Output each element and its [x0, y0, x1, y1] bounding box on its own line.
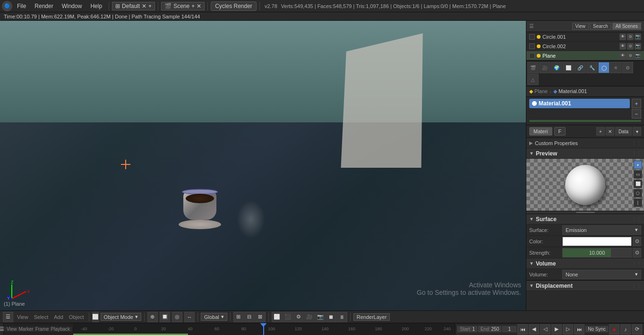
settings-add-icon[interactable]: +	[596, 127, 605, 136]
prop-tab-render[interactable]: 🎬	[527, 62, 539, 73]
preview-btn-sphere[interactable]: ●	[634, 161, 642, 169]
volume-value-selector[interactable]: None ▾	[562, 270, 641, 279]
skip-end-button[interactable]: ⏭	[574, 324, 584, 335]
mode-selector[interactable]: Object Mode ▾	[101, 313, 141, 321]
preview-btn-flat[interactable]: ▭	[634, 170, 642, 179]
current-frame-input[interactable]: 1	[502, 326, 516, 332]
surface-value-selector[interactable]: Emission ▾	[562, 225, 641, 235]
prop-tab-material[interactable]: ◯	[598, 62, 610, 73]
outliner-tab-search[interactable]: Search	[590, 23, 611, 30]
timeline-menu[interactable]: ☰	[0, 323, 4, 335]
cursor-icon-3[interactable]: ⊙	[627, 52, 634, 59]
view-icon-3[interactable]: ⚙	[293, 312, 304, 322]
visibility-checkbox-circle001[interactable]	[529, 34, 535, 40]
prop-tab-modifiers[interactable]: 🔧	[586, 62, 598, 73]
material-name-row[interactable]: Material.001	[529, 99, 630, 108]
view-icon-4[interactable]: 🎥	[304, 312, 315, 322]
layout-icon-3[interactable]: ⊠	[255, 312, 266, 322]
frame-label[interactable]: Frame	[35, 326, 49, 332]
outliner-item-circle002[interactable]: Circle.002 👁 ⊙ 📷	[526, 42, 644, 51]
cursor-icon-2[interactable]: ⊙	[627, 43, 634, 50]
menu-help[interactable]: Help	[86, 2, 106, 10]
materi-button[interactable]: Materi	[529, 127, 552, 136]
custom-properties-section-header[interactable]: ▶ Custom Properties ⋮⋮	[526, 138, 644, 148]
outliner-tab-allscenes[interactable]: All Scenes	[612, 23, 641, 30]
transform2-icon[interactable]: ↔	[184, 312, 195, 322]
view-label-timeline[interactable]: View	[7, 326, 17, 332]
visibility-checkbox-circle002[interactable]	[529, 43, 535, 49]
play-button[interactable]: ▶	[551, 324, 562, 335]
displacement-section-header[interactable]: ▼ Displacement ⋮⋮	[526, 281, 644, 291]
toolbar-menu-icon[interactable]: ☰	[3, 312, 13, 322]
preview-btn-cube[interactable]: ⬜	[634, 180, 642, 188]
preview-btn-cylinder[interactable]: ⬡	[634, 189, 642, 198]
prop-tab-particles[interactable]: ✳	[610, 62, 621, 73]
blender-logo[interactable]: 🔵	[2, 1, 12, 11]
record-button[interactable]: ●	[609, 324, 619, 335]
prop-tab-world[interactable]: 🌍	[551, 62, 562, 73]
strength-dot-button[interactable]: ⊙	[633, 248, 641, 258]
volume-section-header[interactable]: ▼ Volume ⋮⋮	[526, 258, 644, 269]
vis-icon-2[interactable]: 👁	[619, 43, 626, 50]
sync-selector[interactable]: No Sync	[585, 326, 608, 332]
prop-tab-data[interactable]: △	[527, 74, 539, 85]
menu-render[interactable]: Render	[31, 2, 57, 10]
menu-window[interactable]: Window	[58, 2, 86, 10]
view-icon-1[interactable]: ⬜	[272, 312, 282, 322]
outliner-item-circle001[interactable]: Circle.001 👁 ⊙ 📷	[526, 32, 644, 42]
next-frame-button[interactable]: ▷	[563, 324, 573, 335]
marker-label[interactable]: Marker	[19, 326, 34, 332]
audio-button[interactable]: ♪	[620, 324, 631, 335]
global-selector[interactable]: Global ▾	[201, 313, 227, 321]
engine-selector[interactable]: Cycles Render	[211, 1, 257, 11]
render-icon-1[interactable]: 📷	[635, 34, 641, 40]
timeline-ruler[interactable]: -40 -20 0 20 40 60 80 100 120 140 160 18…	[73, 323, 455, 335]
play-reverse-button[interactable]: ◁	[540, 324, 550, 335]
skip-start-button[interactable]: ⏮	[517, 324, 528, 335]
cursor-icon-1[interactable]: ⊙	[627, 34, 634, 40]
settings-copy-icon[interactable]: ✕	[606, 127, 614, 136]
render-layer-selector[interactable]: RenderLayer	[353, 313, 390, 321]
remove-material-button[interactable]: −	[632, 109, 641, 119]
prop-tab-object[interactable]: ⬜	[563, 62, 574, 73]
select-label[interactable]: Select	[32, 314, 51, 320]
sync-button[interactable]: ⟳	[632, 324, 642, 335]
prop-tab-scene[interactable]: 🎥	[539, 62, 550, 73]
menu-file[interactable]: File	[13, 2, 30, 10]
object-label[interactable]: Object	[67, 314, 86, 320]
snap-icon[interactable]: 🔲	[160, 312, 170, 322]
pivot-icon[interactable]: ◎	[172, 312, 182, 322]
prop-tab-constraints[interactable]: 🔗	[575, 62, 586, 73]
preview-section-header[interactable]: ▼ Preview ⋮⋮	[526, 148, 644, 159]
settings-more-icon[interactable]: ▾	[633, 127, 641, 136]
view-label[interactable]: View	[15, 314, 30, 320]
outliner-item-plane[interactable]: Plane 👁 ⊙ 📷	[526, 51, 644, 60]
prev-frame-button[interactable]: ◀	[529, 324, 539, 335]
object-mode-icon[interactable]: ⬜	[92, 312, 99, 322]
workspace-selector[interactable]: ⊞ Default ✕ +	[112, 2, 155, 10]
view-icon-6[interactable]: ◼	[326, 312, 336, 322]
strength-slider[interactable]: 10.000	[562, 248, 632, 258]
breadcrumb-material[interactable]: ◆ Material.001	[553, 88, 587, 94]
prop-tab-physics[interactable]: ⚙	[622, 62, 633, 73]
layout-icon-1[interactable]: ⊞	[233, 312, 244, 322]
f-button[interactable]: F	[554, 127, 566, 136]
color-value-picker[interactable]	[562, 237, 632, 246]
visibility-checkbox-plane[interactable]	[529, 53, 535, 59]
viewport-3d[interactable]: X Z Y (1) Plane Activate Windows Go to S…	[0, 21, 526, 310]
vis-icon-1[interactable]: 👁	[619, 34, 626, 40]
view-icon-7[interactable]: ⏸	[337, 312, 347, 322]
view-icon-2[interactable]: ⬛	[283, 312, 293, 322]
render-icon-3[interactable]: 📷	[635, 52, 641, 59]
scene-selector[interactable]: 🎬 Scene + ✕	[161, 2, 205, 10]
playback-label[interactable]: Playback	[51, 326, 70, 332]
end-frame-input[interactable]: End: 250	[478, 326, 501, 332]
transform-icon[interactable]: ⊕	[147, 312, 158, 322]
vis-icon-3[interactable]: 👁	[619, 52, 626, 59]
render-icon-2[interactable]: 📷	[635, 43, 641, 50]
outliner-tab-view[interactable]: View	[572, 23, 589, 30]
add-label[interactable]: Add	[52, 314, 65, 320]
start-frame-input[interactable]: Start: 1	[457, 326, 477, 332]
add-material-button[interactable]: +	[632, 99, 641, 108]
color-dot-button[interactable]: ⊙	[633, 237, 641, 246]
